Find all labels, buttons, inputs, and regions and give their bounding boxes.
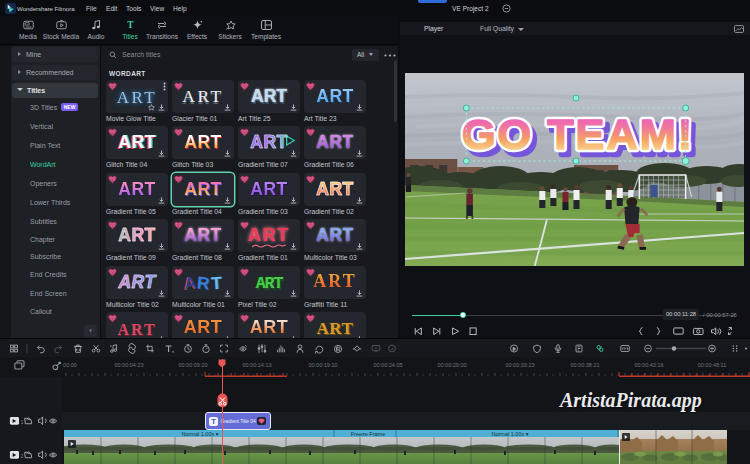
svg-text:GO TEAM!: GO TEAM! bbox=[462, 111, 694, 159]
svg-text:Freeze Frame: Freeze Frame bbox=[351, 431, 386, 437]
svg-text:Normal 1.00x ▾: Normal 1.00x ▾ bbox=[492, 431, 529, 437]
svg-text:1: 1 bbox=[21, 420, 24, 425]
svg-text:2: 2 bbox=[21, 454, 24, 459]
svg-text:Normal 1.00x ▾: Normal 1.00x ▾ bbox=[182, 431, 219, 437]
svg-text:T: T bbox=[127, 20, 134, 30]
